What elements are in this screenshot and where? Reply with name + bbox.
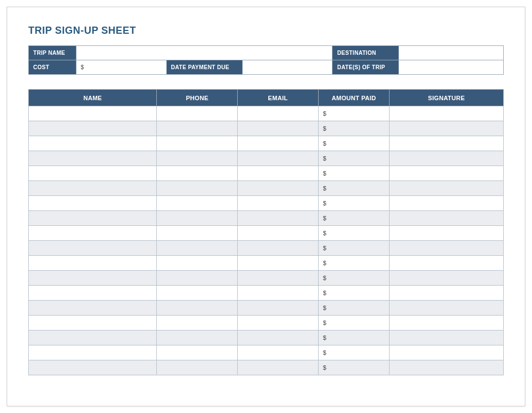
cell-amount[interactable]: $ (318, 106, 390, 121)
cell-signature[interactable] (390, 211, 504, 226)
cell-signature[interactable] (390, 181, 504, 196)
cell-phone[interactable] (157, 121, 238, 136)
cell-name[interactable] (29, 360, 157, 375)
cell-email[interactable] (238, 345, 319, 360)
cell-name[interactable] (29, 301, 157, 316)
cell-signature[interactable] (390, 301, 504, 316)
cell-amount[interactable]: $ (318, 196, 390, 211)
cell-signature[interactable] (390, 316, 504, 331)
cell-amount[interactable]: $ (318, 136, 390, 151)
cell-name[interactable] (29, 181, 157, 196)
cell-signature[interactable] (390, 331, 504, 345)
cell-email[interactable] (238, 301, 319, 316)
cell-amount[interactable]: $ (318, 331, 390, 345)
cell-name[interactable] (29, 106, 157, 121)
cell-email[interactable] (238, 286, 319, 301)
cell-phone[interactable] (157, 136, 238, 151)
cell-signature[interactable] (390, 241, 504, 256)
cell-amount[interactable]: $ (318, 181, 390, 196)
cell-phone[interactable] (157, 181, 238, 196)
cell-name[interactable] (29, 316, 157, 331)
cell-name[interactable] (29, 166, 157, 181)
cell-name[interactable] (29, 241, 157, 256)
cell-signature[interactable] (390, 256, 504, 271)
cell-email[interactable] (238, 166, 319, 181)
cell-signature[interactable] (390, 166, 504, 181)
cell-phone[interactable] (157, 286, 238, 301)
cell-email[interactable] (238, 211, 319, 226)
cell-signature[interactable] (390, 121, 504, 136)
cell-amount[interactable]: $ (318, 226, 390, 241)
cell-email[interactable] (238, 121, 319, 136)
cell-amount[interactable]: $ (318, 286, 390, 301)
destination-value[interactable] (399, 46, 504, 60)
cell-signature[interactable] (390, 136, 504, 151)
cell-phone[interactable] (157, 345, 238, 360)
cell-name[interactable] (29, 151, 157, 166)
col-signature: SIGNATURE (390, 90, 504, 106)
cell-phone[interactable] (157, 241, 238, 256)
cell-signature[interactable] (390, 345, 504, 360)
trip-name-value[interactable] (76, 46, 332, 60)
cell-phone[interactable] (157, 360, 238, 375)
table-row: $ (29, 166, 504, 181)
cell-name[interactable] (29, 196, 157, 211)
cell-name[interactable] (29, 136, 157, 151)
cell-name[interactable] (29, 271, 157, 286)
cell-phone[interactable] (157, 226, 238, 241)
cell-phone[interactable] (157, 151, 238, 166)
cell-phone[interactable] (157, 166, 238, 181)
cell-name[interactable] (29, 256, 157, 271)
cell-email[interactable] (238, 360, 319, 375)
cell-email[interactable] (238, 331, 319, 345)
cell-email[interactable] (238, 106, 319, 121)
cell-phone[interactable] (157, 196, 238, 211)
cell-email[interactable] (238, 271, 319, 286)
cell-name[interactable] (29, 331, 157, 345)
cell-amount[interactable]: $ (318, 271, 390, 286)
cell-email[interactable] (238, 226, 319, 241)
dates-value[interactable] (399, 60, 504, 75)
cell-signature[interactable] (390, 226, 504, 241)
col-phone: PHONE (157, 90, 238, 106)
cell-amount[interactable]: $ (318, 241, 390, 256)
cell-amount[interactable]: $ (318, 121, 390, 136)
destination-label: DESTINATION (332, 46, 399, 60)
cell-signature[interactable] (390, 196, 504, 211)
cell-name[interactable] (29, 286, 157, 301)
cell-amount[interactable]: $ (318, 256, 390, 271)
cell-signature[interactable] (390, 271, 504, 286)
cell-email[interactable] (238, 196, 319, 211)
cell-phone[interactable] (157, 271, 238, 286)
cell-email[interactable] (238, 256, 319, 271)
cell-signature[interactable] (390, 106, 504, 121)
table-row: $ (29, 301, 504, 316)
cell-amount[interactable]: $ (318, 301, 390, 316)
cell-email[interactable] (238, 151, 319, 166)
cell-amount[interactable]: $ (318, 360, 390, 375)
cell-phone[interactable] (157, 301, 238, 316)
cell-phone[interactable] (157, 316, 238, 331)
cell-signature[interactable] (390, 360, 504, 375)
cost-value[interactable]: $ (76, 60, 166, 75)
cell-email[interactable] (238, 181, 319, 196)
cell-amount[interactable]: $ (318, 211, 390, 226)
cell-email[interactable] (238, 136, 319, 151)
cell-amount[interactable]: $ (318, 166, 390, 181)
cell-name[interactable] (29, 121, 157, 136)
cell-name[interactable] (29, 211, 157, 226)
cell-amount[interactable]: $ (318, 151, 390, 166)
cell-email[interactable] (238, 316, 319, 331)
cell-name[interactable] (29, 345, 157, 360)
cell-phone[interactable] (157, 106, 238, 121)
cell-amount[interactable]: $ (318, 345, 390, 360)
cell-phone[interactable] (157, 211, 238, 226)
cell-phone[interactable] (157, 331, 238, 345)
cell-name[interactable] (29, 226, 157, 241)
payment-due-value[interactable] (242, 60, 332, 75)
cell-amount[interactable]: $ (318, 316, 390, 331)
cell-signature[interactable] (390, 286, 504, 301)
cell-email[interactable] (238, 241, 319, 256)
cell-phone[interactable] (157, 256, 238, 271)
cell-signature[interactable] (390, 151, 504, 166)
